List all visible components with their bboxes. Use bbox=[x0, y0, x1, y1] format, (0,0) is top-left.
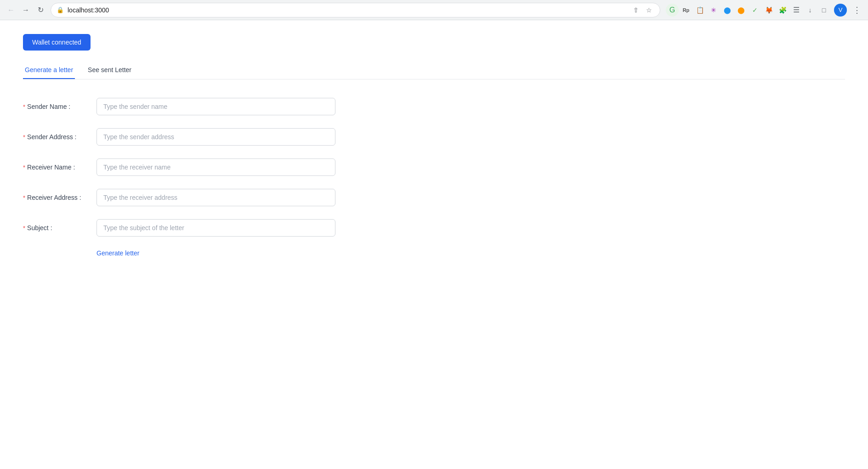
browser-chrome: ← → ↻ 🔒 localhost:3000 ⇧ ☆ G Rp 📋 ✳ ⬤ ⬤ … bbox=[0, 0, 868, 20]
generate-letter-button[interactable]: Generate letter bbox=[96, 249, 139, 257]
tab-see-sent-letter[interactable]: See sent Letter bbox=[86, 62, 133, 79]
tabs-container: Generate a letter See sent Letter bbox=[23, 62, 845, 79]
ext-check-icon[interactable]: ✓ bbox=[749, 4, 761, 17]
sender-name-group: * Sender Name : bbox=[23, 98, 335, 115]
ext-asterisk-icon[interactable]: ✳ bbox=[707, 4, 720, 17]
ext-square-icon[interactable]: □ bbox=[817, 4, 830, 17]
page-content: Wallet connected Generate a letter See s… bbox=[0, 20, 868, 271]
subject-label: * Subject : bbox=[23, 224, 96, 232]
lock-icon: 🔒 bbox=[57, 6, 64, 13]
ext-download-icon[interactable]: ↓ bbox=[804, 4, 817, 17]
letter-form: * Sender Name : * Sender Address : * Rec… bbox=[23, 98, 335, 257]
receiver-address-input[interactable] bbox=[96, 189, 335, 206]
receiver-address-required: * bbox=[23, 194, 25, 201]
ext-lines-icon[interactable]: ☰ bbox=[790, 4, 803, 17]
wallet-connected-button[interactable]: Wallet connected bbox=[23, 34, 91, 51]
receiver-name-required: * bbox=[23, 164, 25, 171]
forward-button[interactable]: → bbox=[19, 4, 32, 17]
share-button[interactable]: ⇧ bbox=[630, 5, 641, 16]
back-button[interactable]: ← bbox=[5, 4, 17, 17]
address-bar[interactable]: 🔒 localhost:3000 ⇧ ☆ bbox=[51, 3, 660, 17]
ext-clipboard-icon[interactable]: 📋 bbox=[693, 4, 706, 17]
nav-buttons: ← → ↻ bbox=[5, 4, 47, 17]
sender-name-required: * bbox=[23, 103, 25, 110]
ext-google-icon[interactable]: G bbox=[666, 4, 679, 17]
receiver-address-label: * Receiver Address : bbox=[23, 194, 96, 201]
receiver-address-group: * Receiver Address : bbox=[23, 189, 335, 206]
subject-input[interactable] bbox=[96, 219, 335, 237]
extensions-area: G Rp 📋 ✳ ⬤ ⬤ ✓ 🦊 🧩 ☰ ↓ □ bbox=[666, 4, 830, 17]
subject-group: * Subject : bbox=[23, 219, 335, 237]
sender-address-required: * bbox=[23, 134, 25, 141]
sender-address-input[interactable] bbox=[96, 128, 335, 146]
subject-required: * bbox=[23, 225, 25, 232]
receiver-name-group: * Receiver Name : bbox=[23, 158, 335, 176]
ext-circle-icon[interactable]: ⬤ bbox=[721, 4, 734, 17]
ext-rp-icon[interactable]: Rp bbox=[680, 4, 692, 17]
address-bar-actions: ⇧ ☆ bbox=[630, 5, 654, 16]
bookmark-button[interactable]: ☆ bbox=[643, 5, 654, 16]
sender-name-label: * Sender Name : bbox=[23, 103, 96, 110]
ext-orange-icon[interactable]: ⬤ bbox=[735, 4, 748, 17]
sender-address-label: * Sender Address : bbox=[23, 133, 96, 141]
sender-address-group: * Sender Address : bbox=[23, 128, 335, 146]
ext-fox-icon[interactable]: 🦊 bbox=[762, 4, 775, 17]
receiver-name-label: * Receiver Name : bbox=[23, 164, 96, 171]
user-avatar[interactable]: V bbox=[834, 4, 847, 17]
receiver-name-input[interactable] bbox=[96, 158, 335, 176]
chrome-menu-button[interactable]: ⋮ bbox=[851, 4, 863, 17]
tab-generate-letter[interactable]: Generate a letter bbox=[23, 62, 75, 79]
reload-button[interactable]: ↻ bbox=[34, 4, 47, 17]
ext-puzzle-icon[interactable]: 🧩 bbox=[776, 4, 789, 17]
sender-name-input[interactable] bbox=[96, 98, 335, 115]
url-text: localhost:3000 bbox=[68, 6, 627, 14]
